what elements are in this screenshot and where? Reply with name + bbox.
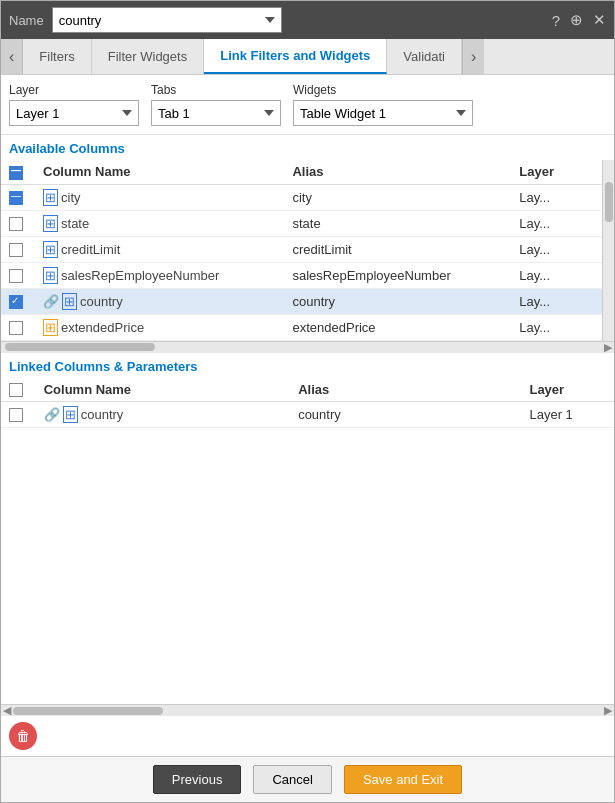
cell-icons: ⊞ state — [43, 215, 276, 232]
linked-select-all-checkbox[interactable] — [9, 383, 23, 397]
table-blue-icon: ⊞ — [62, 293, 77, 310]
column-layer: Lay... — [519, 190, 550, 205]
cell-icons: 🔗⊞ country — [44, 406, 282, 423]
widgets-select[interactable]: Table Widget 1 — [293, 100, 473, 126]
row-checkbox-cell — [1, 288, 35, 314]
table-row[interactable]: ⊞ salesRepEmployeeNumber salesRepEmploye… — [1, 262, 602, 288]
table-row[interactable]: ⊞ creditLimit creditLimit Lay... — [1, 236, 602, 262]
tab-next-button[interactable]: › — [462, 39, 484, 74]
column-name: state — [61, 216, 89, 231]
row-checkbox[interactable] — [9, 408, 23, 422]
cancel-button[interactable]: Cancel — [253, 765, 331, 794]
layer-group: Layer Layer 1 — [9, 83, 139, 126]
row-checkbox[interactable] — [9, 217, 23, 231]
delete-button[interactable]: 🗑 — [9, 722, 37, 750]
move-icon[interactable]: ⊕ — [570, 11, 583, 29]
name-dropdown[interactable]: country — [52, 7, 282, 33]
linked-header-row: Column Name Alias Layer — [1, 378, 614, 402]
row-alias-cell: extendedPrice — [284, 314, 511, 340]
column-alias: salesRepEmployeeNumber — [292, 268, 450, 283]
tab-prev-button[interactable]: ‹ — [1, 39, 23, 74]
column-layer: Lay... — [519, 294, 550, 309]
column-layer: Lay... — [519, 242, 550, 257]
tab-filter-widgets[interactable]: Filter Widgets — [92, 39, 204, 74]
help-icon[interactable]: ? — [552, 12, 560, 29]
row-checkbox[interactable] — [9, 321, 23, 335]
table-blue-icon: ⊞ — [43, 189, 58, 206]
available-vscrollbar-thumb — [605, 182, 613, 222]
linked-columns-title: Linked Columns & Parameters — [1, 353, 614, 378]
table-blue-icon: ⊞ — [43, 241, 58, 258]
row-checkbox-cell — [1, 314, 35, 340]
row-name-cell: ⊞ city — [35, 184, 284, 210]
available-table-scroll[interactable]: Column Name Alias Layer — [1, 160, 602, 341]
linked-header-alias: Alias — [290, 378, 521, 402]
linked-table-scroll[interactable]: Column Name Alias Layer — [1, 378, 614, 429]
linked-columns-table: Column Name Alias Layer — [1, 378, 614, 429]
row-checkbox[interactable] — [9, 295, 23, 309]
row-name-cell: ⊞ creditLimit — [35, 236, 284, 262]
previous-button[interactable]: Previous — [153, 765, 242, 794]
tab-link-filters[interactable]: Link Filters and Widgets — [204, 39, 387, 74]
column-alias: country — [292, 294, 335, 309]
title-bar: Name country ? ⊕ ✕ — [1, 1, 614, 39]
row-layer-cell: Lay... — [511, 262, 602, 288]
linked-table-body: 🔗⊞ country country Layer 1 — [1, 402, 614, 428]
row-checkbox-cell — [1, 402, 36, 428]
tab-filters[interactable]: Filters — [23, 39, 91, 74]
available-header-name: Column Name — [35, 160, 284, 184]
table-row[interactable]: 🔗⊞ country country Layer 1 — [1, 402, 614, 428]
available-header-row: Column Name Alias Layer — [1, 160, 602, 184]
cell-icons: ⊞ salesRepEmployeeNumber — [43, 267, 276, 284]
column-alias: city — [292, 190, 312, 205]
cell-icons: ⊞ city — [43, 189, 276, 206]
layer-label: Layer — [9, 83, 139, 97]
row-alias-cell: city — [284, 184, 511, 210]
row-checkbox[interactable] — [9, 191, 23, 205]
available-header-check — [1, 160, 35, 184]
column-layer: Lay... — [519, 216, 550, 231]
save-exit-button[interactable]: Save and Exit — [344, 765, 462, 794]
table-blue-icon: ⊞ — [43, 215, 58, 232]
row-layer-cell: Lay... — [511, 210, 602, 236]
tabs-select[interactable]: Tab 1 — [151, 100, 281, 126]
bottom-bar: Previous Cancel Save and Exit — [1, 756, 614, 802]
row-name-cell: ⊞ salesRepEmployeeNumber — [35, 262, 284, 288]
bottom-hscrollbar[interactable]: ◀ ▶ — [1, 704, 614, 716]
cell-icons: 🔗⊞ country — [43, 293, 276, 310]
cell-icons: ⊞ extendedPrice — [43, 319, 276, 336]
column-name: creditLimit — [61, 242, 120, 257]
widgets-group: Widgets Table Widget 1 — [293, 83, 473, 126]
row-alias-cell: creditLimit — [284, 236, 511, 262]
row-checkbox[interactable] — [9, 269, 23, 283]
row-checkbox-cell — [1, 210, 35, 236]
available-select-all-checkbox[interactable] — [9, 166, 23, 180]
available-hscrollbar-thumb — [5, 343, 155, 351]
row-layer-cell: Lay... — [511, 184, 602, 210]
row-checkbox[interactable] — [9, 243, 23, 257]
available-table-body: ⊞ city city Lay... ⊞ state — [1, 184, 602, 340]
available-columns-title: Available Columns — [1, 135, 614, 160]
table-row[interactable]: ⊞ city city Lay... — [1, 184, 602, 210]
table-row[interactable]: ⊞ state state Lay... — [1, 210, 602, 236]
available-vscrollbar[interactable] — [602, 160, 614, 341]
table-row[interactable]: 🔗⊞ country country Lay... — [1, 288, 602, 314]
row-name-cell: 🔗⊞ country — [35, 288, 284, 314]
row-name-cell: ⊞ state — [35, 210, 284, 236]
available-table-wrapper: Column Name Alias Layer — [1, 160, 614, 341]
column-name: extendedPrice — [61, 320, 144, 335]
linked-header-name: Column Name — [36, 378, 290, 402]
column-alias: country — [298, 407, 341, 422]
linked-header-layer: Layer — [521, 378, 614, 402]
close-icon[interactable]: ✕ — [593, 11, 606, 29]
tab-validati[interactable]: Validati — [387, 39, 462, 74]
content-spacer — [1, 428, 614, 704]
table-row[interactable]: ⊞ extendedPrice extendedPrice Lay... — [1, 314, 602, 340]
linked-columns-section: Linked Columns & Parameters Column Name — [1, 353, 614, 429]
row-layer-cell: Lay... — [511, 236, 602, 262]
delete-btn-area: 🗑 — [1, 716, 614, 756]
available-hscrollbar[interactable]: ▶ — [1, 341, 614, 353]
row-layer-cell: Lay... — [511, 288, 602, 314]
linked-header-check — [1, 378, 36, 402]
layer-select[interactable]: Layer 1 — [9, 100, 139, 126]
